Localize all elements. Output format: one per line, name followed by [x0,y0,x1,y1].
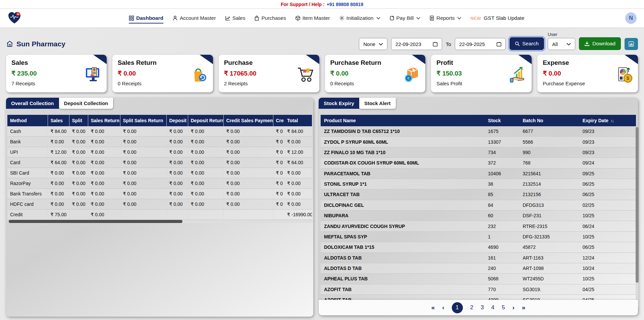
pagination-page-4[interactable]: 4 [491,304,494,311]
pagination-first[interactable]: « [431,304,435,311]
stock-table-row: CODISTAR-DX COUGH SYRUP 60ML 60ML3727680… [321,158,636,168]
stock-tab-stock-expiry[interactable]: Stock Expiry [319,98,359,109]
date-from-value: 22-09-2023 [395,41,421,47]
pagination-page-1[interactable]: 1 [452,302,463,313]
stock-cell: 1 [485,231,519,242]
pagination-next[interactable]: › [512,304,514,311]
to-label: To [446,41,451,50]
collection-cell: ₹ 0.00 [223,126,273,137]
bag-return-icon [190,65,209,84]
nav-item-item-master[interactable]: Item Master [295,13,330,24]
stock-cell: CODISTAR-DX COUGH SYRUP 60ML 60ML [321,158,485,168]
collection-cell: SBI Card [7,168,48,178]
gst-update-link[interactable]: NEW GST Slab Update [470,15,524,21]
stock-cell: ZZ FINALO 10 MG TAB 1*10 [321,147,485,157]
date-to-input[interactable]: 22-09-2025 [455,38,506,50]
collection-table-row: UPI₹ 12.00₹ 0.00₹ 0.00₹ 0.00₹ 0.00₹ 0.00… [7,147,312,157]
user-select[interactable]: All [548,38,575,50]
stock-cell: PARACETAMOL TAB [321,168,485,179]
pagination-page-3[interactable]: 3 [481,304,484,311]
stock-cell: 13307 [485,137,519,147]
pagination-page-2[interactable]: 2 [470,304,473,311]
pagination-last[interactable]: » [522,304,526,311]
collection-table-row: Cash₹ 84.00₹ 0.00₹ 0.00₹ 0.00₹ 0.00₹ 0.0… [7,126,312,137]
stock-tabs: Stock ExpiryStock Alert [319,98,638,109]
nav-item-label: Initialization [346,15,374,21]
stock-cell: 06/24 [579,221,636,231]
page-title-text: Sun Pharmacy [16,40,65,48]
page-header: Sun Pharmacy None 22-09-2023 To 22-09-20… [0,28,644,51]
nav-item-label: Sales [232,15,246,21]
collection-cell: ₹ 0.00 [166,126,188,137]
stock-cell: WT2455D [519,274,579,284]
collection-cell: ₹ 0.00 [223,199,273,210]
collection-cell: ₹ 0.00 [284,168,312,178]
collection-tab-overall-collection[interactable]: Overall Collection [6,98,59,109]
collection-cell: ₹ 0.00 [120,126,166,137]
date-from-input[interactable]: 22-09-2023 [391,38,442,50]
nav-item-account-master[interactable]: Account Master [172,13,216,24]
collection-col-header: Split [69,115,88,126]
stock-cell: 4690 [485,242,519,253]
pagination-prev[interactable]: ‹ [442,304,444,311]
collection-table-row: HDFC card₹ 0.00₹ 0.00₹ 0.00₹ 0.00₹ 0.00₹… [7,199,312,210]
summary-card-purchase: Purchase₹ 17065.002 Receipts [219,55,319,92]
collection-cell: ₹ 0.00 [188,168,223,178]
card-corner-ribbon [625,55,638,64]
nav-item-pay-bill[interactable]: Pay Bill [389,13,421,24]
collection-cell: ₹ 0.00 [120,189,166,199]
collection-table-row: Bank Transfers₹ 0.00₹ 0.00₹ 0.00₹ 0.00₹ … [7,189,312,199]
collection-cell: ₹ 0 [273,157,284,168]
collection-col-header: Total [284,115,312,126]
user-label: User [548,32,575,37]
collection-cell [223,210,273,220]
stock-cell: ALDOTAS D TAB [321,253,485,263]
cube-icon [295,15,301,21]
filter-select[interactable]: None [359,38,387,50]
box-return-icon [402,65,421,84]
stock-cell: 10406 [485,168,519,179]
nav-item-label: Account Master [180,15,216,21]
chart-view-button[interactable] [625,38,638,50]
collection-cell: ₹ 0.00 [166,137,188,147]
collection-tab-deposit-collection[interactable]: Deposit Collection [59,98,113,109]
collection-col-header: Cre [273,115,284,126]
stock-cell: 09/23 [579,126,636,137]
stock-tab-stock-alert[interactable]: Stock Alert [359,98,396,109]
collection-cell: ₹ 0 [273,147,284,157]
nav-item-sales[interactable]: Sales [225,13,246,24]
stock-cell: 85 [485,189,519,200]
collection-cell: ₹ 0.00 [120,157,166,168]
stock-cell: ALDOTAS D TAB [321,263,485,273]
collection-cell: ₹ 0.00 [188,178,223,189]
collection-cell: ₹ 0.00 [223,157,273,168]
summary-card-sales-return: Sales Return₹ 0.000 Receipts [112,55,213,92]
nav-item-initialization[interactable]: Initialization [339,13,380,24]
collection-cell: ₹ 0.00 [48,178,69,189]
user-avatar[interactable]: N [625,12,637,24]
download-button[interactable]: Download [579,37,621,50]
collection-cell: ₹ 0 [273,199,284,210]
stock-cell: 232 [485,221,519,231]
stock-table-row: ALDOTAS D TAB161ART-116312/24 [321,253,636,263]
sort-icon[interactable]: ↑↓ [610,118,613,123]
search-button[interactable]: Search [509,37,544,50]
chevron-down-icon [567,43,571,46]
stock-col-header-stock: Stock [485,115,519,126]
stock-col-header-batch-no: Batch No [519,115,579,126]
pagination-page-5[interactable]: 5 [502,304,505,311]
collection-cell: ₹ 0.00 [188,126,223,137]
stock-col-header-expiry-date[interactable]: Expiry Date↑↓ [579,115,636,126]
nav-item-purchases[interactable]: Purchases [254,13,286,24]
nav-item-reports[interactable]: Reports [429,13,461,24]
horizontal-scrollbar-thumb[interactable] [9,220,182,223]
horizontal-scrollbar [9,220,313,223]
calendar-icon [433,42,438,47]
nav-item-dashboard[interactable]: Dashboard [129,13,163,24]
collection-cell: ₹ 0 [273,137,284,147]
stock-table-row: PARACETAMOL TAB10406321564109/25 [321,168,636,179]
vertical-scrollbar-thumb[interactable] [636,127,639,283]
collection-col-header: Sales Return [88,115,120,126]
search-button-label: Search [522,41,539,47]
stock-cell: 1675 [485,126,519,137]
